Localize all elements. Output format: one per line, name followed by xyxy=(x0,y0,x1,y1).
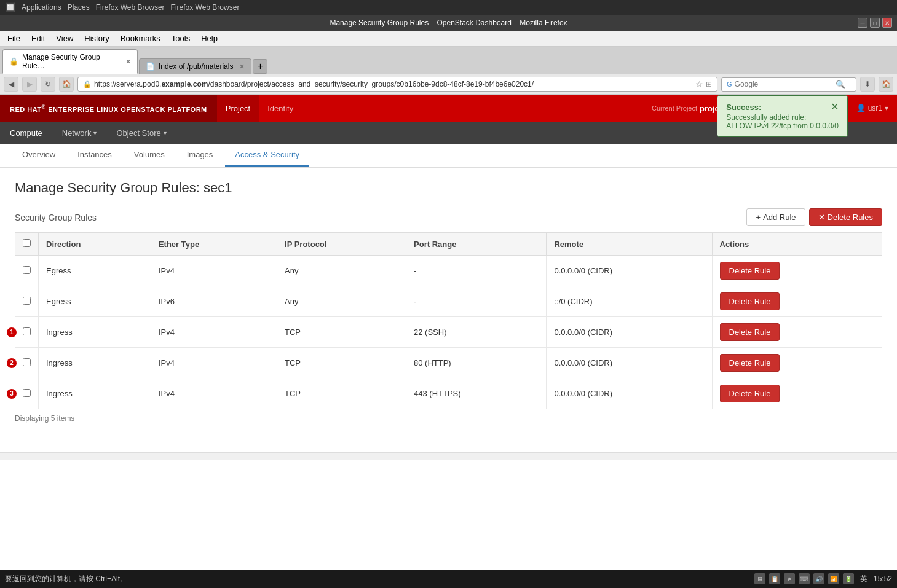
user-icon: 👤 xyxy=(856,104,866,112)
tab-close-1[interactable]: ✕ xyxy=(239,63,245,71)
add-rule-button[interactable]: + Add Rule xyxy=(746,208,805,226)
tab-security-group[interactable]: 🔒 Manage Security Group Rule… ✕ xyxy=(2,49,138,74)
minimize-button[interactable]: ─ xyxy=(858,18,867,28)
toast-detail: ALLOW IPv4 22/tcp from 0.0.0.0/0 xyxy=(726,122,839,130)
subnav-network[interactable]: Network ▾ xyxy=(52,122,107,144)
nav-project[interactable]: Project xyxy=(217,95,259,122)
menu-tools[interactable]: Tools xyxy=(167,32,195,45)
subnav-compute[interactable]: Compute xyxy=(0,122,52,144)
url-bar[interactable]: 🔒 https://servera.pod0.example.com/dashb… xyxy=(77,77,717,92)
browser-label[interactable]: Firefox Web Browser xyxy=(96,3,165,12)
row-ip-protocol-1: Any xyxy=(277,286,406,317)
row-action-4: Delete Rule xyxy=(712,378,882,409)
search-button[interactable]: 🔍 xyxy=(836,80,845,89)
downloads-button[interactable]: ⬇ xyxy=(860,77,875,92)
page-tabs: Overview Instances Volumes Images Access… xyxy=(0,144,897,168)
row-port-range-4: 443 (HTTPS) xyxy=(406,378,547,409)
header-actions: Actions xyxy=(712,233,882,256)
row-select-0[interactable] xyxy=(23,266,31,274)
row-ether-type-4: IPv4 xyxy=(151,378,277,409)
row-ether-type-2: IPv4 xyxy=(151,317,277,348)
toast-title: Success: xyxy=(726,103,761,112)
row-select-3[interactable] xyxy=(23,358,31,366)
subnav-network-label: Network xyxy=(62,128,92,138)
taskbar-icon-5[interactable]: 📶 xyxy=(828,573,839,584)
row-ip-protocol-2: TCP xyxy=(277,317,406,348)
taskbar: 要返回到您的计算机，请按 Ctrl+Alt。 🖥 📋 🖱 ⌨ 🔊 📶 🔋 英 1… xyxy=(0,570,897,588)
back-button[interactable]: ◀ xyxy=(4,77,18,92)
taskbar-icon-2[interactable]: 🖱 xyxy=(784,573,795,584)
menu-bar: File Edit View History Bookmarks Tools H… xyxy=(0,31,897,47)
bookmark-star-icon[interactable]: ☆ xyxy=(695,79,703,89)
subnav-objectstore[interactable]: Object Store ▾ xyxy=(106,122,176,144)
close-button[interactable]: ✕ xyxy=(882,18,892,28)
select-all-checkbox[interactable] xyxy=(23,239,31,247)
user-menu[interactable]: 👤 usr1 ▾ xyxy=(848,95,897,122)
new-tab-button[interactable]: + xyxy=(253,59,267,74)
taskbar-icon-0[interactable]: 🖥 xyxy=(754,573,765,584)
search-provider-icon: G xyxy=(727,80,732,88)
row-select-1[interactable] xyxy=(23,297,31,305)
delete-rules-button[interactable]: ✕ Delete Rules xyxy=(809,208,882,226)
delete-rule-button-1[interactable]: Delete Rule xyxy=(720,292,780,310)
tab-bar: 🔒 Manage Security Group Rule… ✕ 📄 Index … xyxy=(0,47,897,74)
toast-close-button[interactable]: ✕ xyxy=(831,102,839,112)
taskbar-clock: 15:52 xyxy=(874,574,892,583)
horizontal-scrollbar[interactable] xyxy=(0,452,897,460)
tab-index[interactable]: 📄 Index of /pub/materials ✕ xyxy=(139,58,251,74)
menu-history[interactable]: History xyxy=(79,32,114,45)
taskbar-icon-3[interactable]: ⌨ xyxy=(799,573,810,584)
tab-instances[interactable]: Instances xyxy=(68,144,122,167)
toast-message: Successfully added rule: xyxy=(726,113,806,122)
tab-images[interactable]: Images xyxy=(177,144,223,167)
delete-rule-button-2[interactable]: Delete Rule xyxy=(720,323,780,341)
menu-file[interactable]: File xyxy=(2,32,25,45)
tab-overview[interactable]: Overview xyxy=(12,144,65,167)
delete-rule-button-4[interactable]: Delete Rule xyxy=(720,385,780,402)
row-direction-1: Egress xyxy=(39,286,151,317)
browser-titlebar: Manage Security Group Rules – OpenStack … xyxy=(0,15,897,31)
menu-help[interactable]: Help xyxy=(196,32,223,45)
tab-access-security[interactable]: Access & Security xyxy=(225,144,309,167)
row-ip-protocol-0: Any xyxy=(277,256,406,286)
applications-menu[interactable]: Applications xyxy=(22,3,61,12)
delete-rule-button-3[interactable]: Delete Rule xyxy=(720,354,780,372)
row-select-2[interactable] xyxy=(23,327,31,335)
taskbar-icon-4[interactable]: 🔊 xyxy=(813,573,824,584)
row-action-1: Delete Rule xyxy=(712,286,882,317)
reader-icon[interactable]: ⊞ xyxy=(706,80,712,88)
menu-view[interactable]: View xyxy=(51,32,78,45)
row-ip-protocol-3: TCP xyxy=(277,348,406,378)
row-remote-2: 0.0.0.0/0 (CIDR) xyxy=(547,317,712,348)
row-select-4[interactable] xyxy=(23,389,31,397)
menu-bookmarks[interactable]: Bookmarks xyxy=(116,32,165,45)
row-remote-0: 0.0.0.0/0 (CIDR) xyxy=(547,256,712,286)
system-bar-left: 🔲 Applications Places Firefox Web Browse… xyxy=(5,2,239,12)
section-title: Security Group Rules xyxy=(15,213,97,222)
reload-button[interactable]: ↻ xyxy=(41,77,55,92)
taskbar-icon-6[interactable]: 🔋 xyxy=(843,573,854,584)
subnav-compute-label: Compute xyxy=(10,128,42,138)
maximize-button[interactable]: □ xyxy=(870,18,880,28)
os-top-nav-links: Project Identity xyxy=(217,95,302,122)
tab-close-0[interactable]: ✕ xyxy=(125,58,131,66)
delete-rule-button-0[interactable]: Delete Rule xyxy=(720,262,780,280)
home-button[interactable]: 🏠 xyxy=(59,77,74,92)
taskbar-lang: 英 xyxy=(858,574,870,584)
places-menu[interactable]: Places xyxy=(68,3,90,12)
forward-button[interactable]: ▶ xyxy=(22,77,37,92)
tab-volumes[interactable]: Volumes xyxy=(124,144,175,167)
search-box[interactable]: G 🔍 xyxy=(721,77,856,92)
delete-x-icon: ✕ xyxy=(818,213,825,222)
row-ether-type-1: IPv6 xyxy=(151,286,277,317)
search-input[interactable] xyxy=(735,80,833,88)
main-content: Manage Security Group Rules: sec1 Securi… xyxy=(0,168,897,440)
taskbar-icon-1[interactable]: 📋 xyxy=(769,573,780,584)
menu-edit[interactable]: Edit xyxy=(26,32,50,45)
nav-identity[interactable]: Identity xyxy=(259,95,302,122)
browser-home-button[interactable]: 🏠 xyxy=(879,77,893,92)
apps-menu-icon[interactable]: 🔲 xyxy=(5,2,15,12)
table-row: 1 Ingress IPv4 TCP 22 (SSH) 0.0.0.0/0 (C… xyxy=(15,317,882,348)
table-row: 2 Ingress IPv4 TCP 80 (HTTP) 0.0.0.0/0 (… xyxy=(15,348,882,378)
row-action-3: Delete Rule xyxy=(712,348,882,378)
